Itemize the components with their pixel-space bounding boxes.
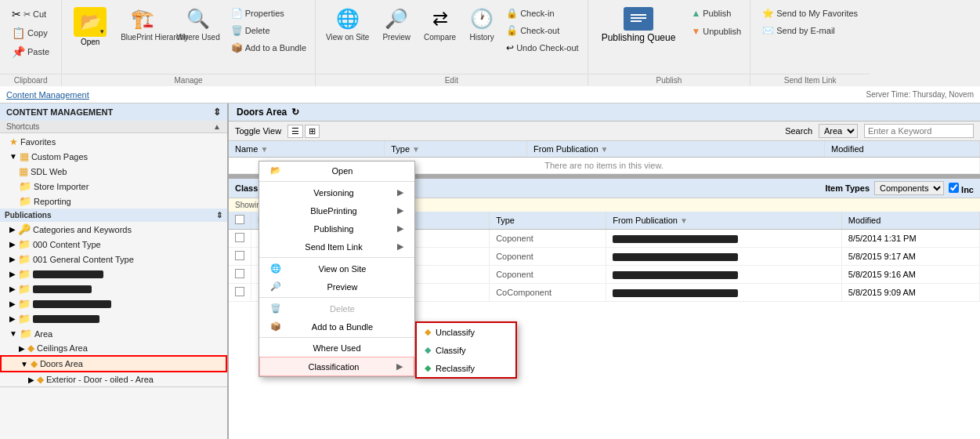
search-input[interactable] bbox=[864, 124, 974, 138]
ctx-send-item-link[interactable]: Send Item Link ▶ bbox=[259, 238, 414, 256]
row-checkbox[interactable] bbox=[235, 233, 244, 242]
properties-button[interactable]: 📄 Properties bbox=[227, 5, 310, 21]
row-checkbox[interactable] bbox=[235, 269, 244, 278]
send-item-label: Send Item Link bbox=[750, 74, 870, 86]
view-on-site-button[interactable]: 🌐 View on Site bbox=[320, 3, 374, 45]
lower-col-modified-header[interactable]: Modified bbox=[841, 212, 979, 230]
folder-r1: 📁 bbox=[18, 268, 31, 280]
ctx-versioning[interactable]: Versioning ▶ bbox=[259, 183, 414, 201]
ctx-where-used[interactable]: Where Used bbox=[259, 339, 414, 357]
blueprint-button[interactable]: 🏗️ BluePrint Hierarchy bbox=[115, 3, 169, 45]
redacted-item-4[interactable]: ▶ 📁 bbox=[0, 311, 227, 326]
resize-icon[interactable]: ⇕ bbox=[213, 107, 221, 118]
star-icon: ★ bbox=[9, 136, 18, 147]
ctx-preview[interactable]: 🔎 Preview bbox=[259, 278, 414, 296]
row-from-pub bbox=[606, 284, 841, 302]
ctx-delete[interactable]: 🗑️ Delete bbox=[259, 299, 414, 317]
ctx-delete-icon: 🗑️ bbox=[270, 303, 281, 314]
lower-frompub-filter[interactable]: ▼ bbox=[680, 216, 688, 225]
redacted-item-1[interactable]: ▶ 📁 bbox=[0, 267, 227, 281]
preview-button[interactable]: 🔎 Preview bbox=[377, 3, 416, 45]
where-used-button[interactable]: 🔍 Where Used bbox=[171, 3, 226, 45]
send-favorites-button[interactable]: ⭐ Send to My Favorites bbox=[758, 5, 862, 21]
row-checkbox[interactable] bbox=[235, 287, 244, 296]
check-in-button[interactable]: 🔒 Check-in bbox=[502, 5, 583, 21]
unclassify-item[interactable]: ◆ Unclassify bbox=[417, 323, 515, 341]
ceilings-area-item[interactable]: ▶ ◆ Ceilings Area bbox=[0, 341, 227, 355]
store-importer-item[interactable]: 📁 Store Importer bbox=[0, 179, 227, 194]
compare-button[interactable]: ⇄ Compare bbox=[418, 3, 461, 45]
lower-col-from-pub-header[interactable]: From Publication ▼ bbox=[606, 212, 841, 230]
ctx-publishing[interactable]: Publishing ▶ bbox=[259, 220, 414, 238]
list-view-button[interactable]: ☰ bbox=[287, 125, 303, 138]
col-from-pub-header[interactable]: From Publication ▼ bbox=[527, 141, 825, 158]
undo-checkout-button[interactable]: ↩ Undo Check-out bbox=[502, 40, 583, 56]
unclassify-icon: ◆ bbox=[425, 327, 431, 337]
classify-item[interactable]: ◆ Classify bbox=[417, 341, 515, 359]
redacted-item-3[interactable]: ▶ 📁 bbox=[0, 296, 227, 311]
publishing-queue-button[interactable]: Publishing Queue bbox=[593, 3, 685, 47]
section-resize-icon[interactable]: ⇕ bbox=[216, 211, 222, 220]
copy-button[interactable]: 📋 Copy bbox=[8, 24, 53, 42]
publish-section: Publishing Queue ▲ Publish ▼ Unpublish P… bbox=[588, 0, 751, 86]
item-types-select[interactable]: Components bbox=[874, 181, 944, 195]
ct2-icon: 📁 bbox=[18, 253, 31, 265]
reclassify-item[interactable]: ◆ Reclassify bbox=[417, 359, 515, 377]
unpublish-button[interactable]: ▼ Unpublish bbox=[687, 24, 745, 39]
favorites-item[interactable]: ★ Favorites bbox=[0, 135, 227, 149]
col-name-header[interactable]: Name ▼ bbox=[229, 141, 385, 158]
publish-button[interactable]: ▲ Publish bbox=[687, 5, 745, 21]
frompub-filter-icon[interactable]: ▼ bbox=[601, 145, 609, 154]
cut-button[interactable]: ✂ ✂ Cut bbox=[8, 5, 53, 23]
open-button[interactable]: 📂 Open bbox=[67, 3, 114, 50]
svg-rect-2 bbox=[631, 17, 646, 19]
ctx-open-icon: 📂 bbox=[270, 165, 281, 176]
right-toolbar: Toggle View ☰ ⊞ Search Area bbox=[229, 122, 980, 141]
ctx-classification[interactable]: Classification ▶ bbox=[259, 357, 414, 376]
favorites-icon: ⭐ bbox=[762, 8, 774, 19]
ctx-vos-icon: 🌐 bbox=[270, 263, 281, 274]
collapse-icon[interactable]: ▲ bbox=[213, 122, 221, 131]
history-button[interactable]: 🕐 History bbox=[464, 3, 500, 45]
publications-section: Publications ⇕ ▶ 🔑 Categories and Keywor… bbox=[0, 209, 227, 387]
paste-button[interactable]: 📌 Paste bbox=[8, 43, 53, 60]
exterior-door-item[interactable]: ▶ ◆ Exterior - Door - oiled - Area bbox=[0, 372, 227, 386]
expand-exterior: ▶ bbox=[28, 376, 34, 384]
ctx-view-on-site[interactable]: 🌐 View on Site bbox=[259, 259, 414, 278]
ctx-blueprinting[interactable]: BluePrinting ▶ bbox=[259, 201, 414, 220]
breadcrumb: Content Management bbox=[6, 90, 89, 100]
delete-button[interactable]: 🗑️ Delete bbox=[227, 23, 310, 38]
doors-area-item[interactable]: ▼ ◆ Doors Area bbox=[0, 355, 227, 372]
name-filter-icon[interactable]: ▼ bbox=[260, 145, 268, 154]
col-type-header[interactable]: Type ▼ bbox=[385, 141, 527, 158]
row-checkbox[interactable] bbox=[235, 251, 244, 260]
select-all-header[interactable] bbox=[229, 212, 251, 230]
compare-icon: ⇄ bbox=[428, 6, 453, 31]
lower-col-type-header[interactable]: Type bbox=[490, 212, 606, 230]
send-email-button[interactable]: ✉️ Send by E-mail bbox=[758, 23, 862, 38]
redacted-item-2[interactable]: ▶ 📁 bbox=[0, 281, 227, 296]
type-filter-icon[interactable]: ▼ bbox=[412, 145, 420, 154]
area-item[interactable]: ▼ 📁 Area bbox=[0, 326, 227, 341]
grid-view-button[interactable]: ⊞ bbox=[305, 125, 320, 138]
publications-header[interactable]: Publications ⇕ bbox=[0, 209, 227, 222]
sdl-web-item[interactable]: ▦ SDL Web bbox=[0, 164, 227, 179]
check-out-button[interactable]: 🔓 Check-out bbox=[502, 23, 583, 38]
refresh-icon[interactable]: ↻ bbox=[291, 107, 299, 118]
expand-icon8: ▼ bbox=[9, 329, 17, 338]
search-type-select[interactable]: Area bbox=[819, 124, 858, 138]
categories-item[interactable]: ▶ 🔑 Categories and Keywords bbox=[0, 222, 227, 237]
col-modified-header[interactable]: Modified bbox=[825, 141, 980, 158]
content-type-000-item[interactable]: ▶ 📁 000 Content Type bbox=[0, 237, 227, 252]
row-type: Coponent bbox=[490, 266, 606, 284]
inc-checkbox[interactable] bbox=[949, 183, 959, 193]
row-type: CoComponent bbox=[490, 284, 606, 302]
content-type-001-item[interactable]: ▶ 📁 001 General Content Type bbox=[0, 252, 227, 267]
reporting-item[interactable]: 📁 Reporting bbox=[0, 194, 227, 209]
ctx-sep2 bbox=[259, 257, 414, 258]
ctx-open[interactable]: 📂 Open bbox=[259, 161, 414, 180]
ctx-add-bundle[interactable]: 📦 Add to a Bundle bbox=[259, 317, 414, 336]
expand-icon6: ▶ bbox=[9, 299, 16, 308]
custom-pages-item[interactable]: ▼ ▦ Custom Pages bbox=[0, 149, 227, 164]
add-bundle-button[interactable]: 📦 Add to a Bundle bbox=[227, 40, 310, 56]
